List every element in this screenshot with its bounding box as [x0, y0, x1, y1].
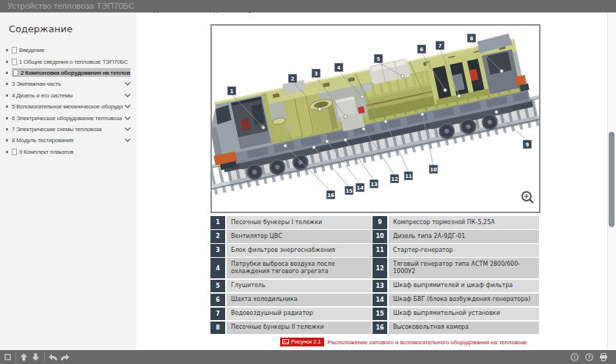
part-label: Шкаф выпрямителей и шкаф фильтра [389, 280, 539, 293]
clipped-paragraph: едине тепловоза вдоль оси кузова [150, 12, 268, 13]
svg-text:?: ? [587, 354, 590, 360]
scrollbar-thumb[interactable] [609, 132, 615, 227]
part-label: Высоковольтная камера [389, 322, 539, 335]
part-label: Патрубки выброса воздуха после охлаждени… [227, 258, 372, 278]
title-bar: Устройство тепловоза ТЭП70БС [0, 0, 616, 12]
chevron-down-icon[interactable] [123, 103, 131, 110]
figure-caption-text: Расположение силового и вспомогательного… [328, 339, 527, 346]
toc-item-5[interactable]: 5 Вспомогательное механическое оборудов.… [0, 101, 136, 112]
back-button[interactable] [48, 350, 58, 364]
svg-text:7: 7 [439, 43, 442, 49]
part-number: 10 [373, 230, 387, 243]
toc-item-8[interactable]: 8 Модуль тестирования [0, 135, 136, 146]
svg-text:16: 16 [327, 193, 334, 198]
info-button[interactable] [571, 350, 579, 364]
parts-table: 1Песочные бункеры I тележки 2Вентилятор … [210, 216, 538, 335]
part-label: Песочные бункеры I тележки [227, 216, 372, 229]
svg-text:14: 14 [356, 185, 364, 191]
bullet-icon [6, 72, 8, 74]
part-label: Тяговый генератор типа АСТМ 2800/600-100… [389, 258, 539, 278]
figure-box: 1 2 3 4 5 6 7 8 9 10 11 12 13 14 15 16 [210, 24, 540, 213]
svg-text:1: 1 [230, 89, 234, 94]
toc-item-6[interactable]: 6 Электрическое оборудование тепловоза [0, 112, 136, 123]
toc-item-introduction[interactable]: Введение [0, 45, 136, 56]
bullet-icon [6, 94, 8, 97]
chevron-down-icon[interactable] [123, 137, 131, 144]
figure-badge: Рисунок 2.1 [280, 338, 324, 346]
part-label: Шкаф БВГ (блока возбуждения генератора) [389, 294, 539, 307]
part-number: 11 [373, 244, 387, 257]
part-number: 6 [210, 294, 225, 307]
scroll-down-button[interactable] [32, 350, 40, 364]
vertical-scrollbar[interactable] [607, 12, 616, 350]
app-title: Устройство тепловоза ТЭП70БС [0, 0, 616, 12]
part-label: Песочные бункеры II тележки [227, 322, 372, 335]
figure-caption: Рисунок 2.1 Расположение силового и вспо… [280, 338, 527, 346]
toc-item-3[interactable]: 3 Экипажная часть [0, 78, 136, 89]
bullet-icon [6, 49, 8, 51]
part-number: 8 [210, 322, 225, 335]
bullet-icon [6, 117, 8, 119]
part-number: 5 [210, 280, 225, 293]
svg-text:13: 13 [370, 182, 378, 187]
part-number: 16 [373, 322, 387, 335]
bottom-toolbar: ? [0, 350, 616, 364]
part-number: 3 [210, 244, 225, 257]
part-label: Шкаф выпрямительной установки [389, 308, 539, 321]
sidebar-heading: Содержание [9, 23, 136, 34]
part-number: 9 [373, 216, 387, 229]
document-icon [12, 59, 17, 65]
svg-text:4: 4 [337, 65, 341, 71]
toolbar-separator [15, 352, 16, 362]
content-area: едине тепловоза вдоль оси кузова [136, 12, 608, 350]
bullet-icon [6, 61, 8, 63]
print-button[interactable] [599, 350, 608, 364]
part-number: 14 [373, 294, 387, 307]
svg-text:8: 8 [470, 36, 474, 42]
zoom-in-icon[interactable] [522, 192, 533, 203]
part-label: Блок фильтров энергоснабжения [227, 244, 372, 257]
bullet-icon [6, 105, 8, 108]
svg-text:3: 3 [315, 71, 318, 77]
parts-table-left: 1Песочные бункеры I тележки 2Вентилятор … [210, 216, 372, 335]
chevron-down-icon[interactable] [123, 81, 131, 87]
scroll-up-button[interactable] [20, 350, 28, 364]
bullet-icon [6, 151, 8, 153]
part-number: 1 [210, 216, 225, 229]
toolbar-separator [44, 352, 45, 362]
bullet-icon [6, 83, 8, 85]
parts-table-right: 9Компрессор тормозной ПК-5,25А 10Дизель … [373, 216, 539, 335]
image-icon [282, 339, 289, 344]
document-icon [12, 149, 17, 155]
help-button[interactable]: ? [585, 350, 593, 364]
bullet-icon [6, 139, 8, 141]
part-label: Дизель типа 2А-9ДГ-01 [389, 230, 539, 243]
chevron-down-icon[interactable] [123, 92, 131, 99]
document-icon [13, 70, 18, 76]
part-label: Водовоздушный радиатор [227, 308, 372, 321]
svg-text:12: 12 [391, 177, 398, 182]
part-number: 7 [210, 308, 225, 321]
part-label: Компрессор тормозной ПК-5,25А [389, 216, 539, 229]
toc-item-2-selected[interactable]: 2 Компоновка оборудования на теплов... [0, 67, 136, 78]
part-number: 13 [373, 280, 387, 293]
part-label: Вентилятор ЦВС [227, 230, 372, 243]
svg-text:9: 9 [526, 142, 529, 148]
locomotive-illustration: 1 2 3 4 5 6 7 8 9 10 11 12 13 14 15 16 [212, 26, 539, 212]
svg-text:15: 15 [345, 188, 353, 194]
part-number: 4 [210, 258, 225, 278]
toc-item-9[interactable]: 9 Комплект плакатов [0, 146, 136, 157]
forward-button[interactable] [60, 350, 70, 364]
toc-item-7[interactable]: 7 Электрические схемы тепловоза [0, 124, 136, 135]
toc-item-1[interactable]: 1 Общие сведения о тепловозе ТЭП70БС [0, 56, 136, 67]
sidebar: Содержание Введение 1 Общие сведения о т… [0, 12, 136, 350]
svg-text:2: 2 [291, 76, 295, 82]
part-number: 12 [373, 258, 387, 278]
svg-text:5: 5 [377, 56, 381, 62]
part-label: Глушитель [227, 280, 372, 293]
toc-item-4[interactable]: 4 Дизель и его системы [0, 90, 136, 101]
pages-icon[interactable] [4, 350, 11, 364]
chevron-down-icon[interactable] [123, 115, 131, 122]
part-label: Шахта холодильника [227, 294, 372, 307]
chevron-down-icon[interactable] [123, 126, 131, 133]
